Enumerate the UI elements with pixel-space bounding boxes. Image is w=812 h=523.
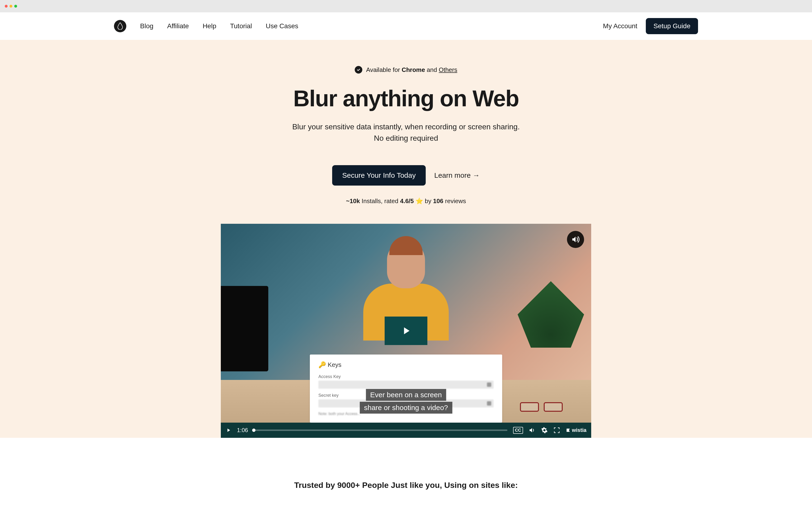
plant-prop [517,281,584,376]
video-progress-bar[interactable] [254,430,507,431]
volume-badge-button[interactable] [567,231,584,248]
availability-text: Available for Chrome and Others [366,66,457,74]
settings-button[interactable] [541,427,548,434]
my-account-link[interactable]: My Account [603,22,637,30]
setup-guide-button[interactable]: Setup Guide [646,18,698,34]
play-button[interactable] [385,317,427,345]
hero-subtitle: Blur your sensitive data instantly, when… [0,121,812,144]
glasses-prop [520,402,567,414]
trusted-section: Trusted by 9000+ People Just like you, U… [0,438,812,523]
hero-section: Available for Chrome and Others Blur any… [0,40,812,438]
nav-link-tutorial[interactable]: Tutorial [230,22,252,30]
wistia-logo[interactable]: wistia [566,427,586,433]
window-chrome [0,0,812,12]
traffic-light-minimize[interactable] [10,5,12,7]
nav-links: Blog Affiliate Help Tutorial Use Cases [140,22,298,30]
overlay-title: 🔑 Keys [318,361,494,368]
play-small-icon [226,427,231,433]
overlay-access-label: Access Key [318,374,494,379]
cta-row: Secure Your Info Today Learn more → [0,165,812,185]
video-controls: 1:06 CC [221,422,591,438]
others-link[interactable]: Others [439,66,457,73]
hero-title: Blur anything on Web [0,86,812,111]
monitor-prop [221,286,268,372]
fullscreen-icon [553,427,560,434]
caption-box: Ever been on a screen share or shooting … [360,389,452,414]
traffic-light-close[interactable] [5,5,7,7]
trusted-text: Trusted by 9000+ People Just like you, U… [0,481,812,490]
navbar: Blog Affiliate Help Tutorial Use Cases M… [0,12,812,40]
video-progress-handle[interactable] [252,429,255,432]
cc-button[interactable]: CC [513,427,523,434]
volume-button[interactable] [529,427,535,434]
nav-link-help[interactable]: Help [202,22,216,30]
gear-icon [541,427,548,434]
caption-line1: Ever been on a screen [366,389,446,401]
play-icon [400,325,412,337]
fullscreen-button[interactable] [553,427,560,434]
video-player[interactable]: 🔑 Keys Access Key Secret key Note: both … [221,224,591,438]
check-circle-icon [355,66,362,74]
wistia-flag-icon [566,428,570,433]
video-play-button[interactable] [226,427,231,433]
nav-link-affiliate[interactable]: Affiliate [167,22,189,30]
video-controls-right: CC [513,427,586,434]
nav-link-blog[interactable]: Blog [140,22,153,30]
logo[interactable] [114,20,126,32]
cta-secondary-link[interactable]: Learn more → [434,171,480,179]
volume-small-icon [529,427,535,434]
cta-primary-button[interactable]: Secure Your Info Today [332,165,426,185]
nav-right: My Account Setup Guide [603,18,698,34]
nav-left: Blog Affiliate Help Tutorial Use Cases [114,20,298,32]
caption-line2: share or shooting a video? [360,402,452,414]
video-time: 1:06 [237,427,248,434]
availability-badge: Available for Chrome and Others [355,66,457,74]
volume-icon [571,235,580,244]
overlay-access-field [318,381,494,389]
nav-link-usecases[interactable]: Use Cases [266,22,298,30]
droplet-icon [117,22,123,30]
traffic-light-maximize[interactable] [14,5,17,7]
stats-line: ~10k Installs, rated 4.6/5 ⭐ by 106 revi… [0,197,812,205]
